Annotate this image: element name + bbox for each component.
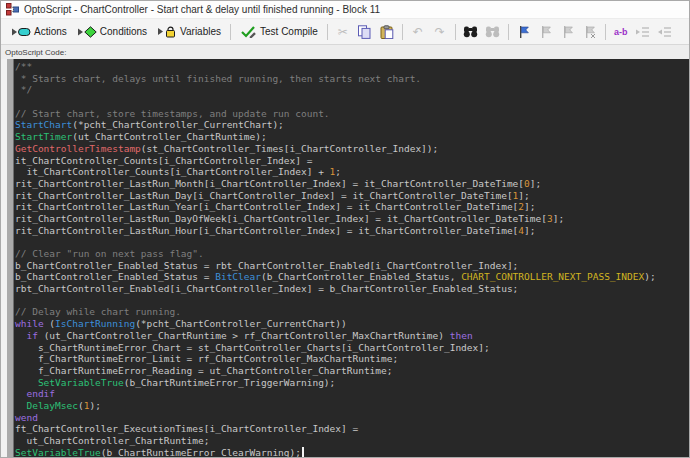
code-line: f_ChartRuntimeError_Limit = rf_ChartCont… <box>15 353 689 365</box>
find-button[interactable] <box>461 23 481 41</box>
bookmark-next-button[interactable] <box>536 23 556 41</box>
bookmark-toggle-button[interactable] <box>514 23 534 41</box>
blue-flag-icon <box>518 25 530 39</box>
redo-arrow-icon: ↷ <box>435 26 445 38</box>
toolbar-separator <box>230 24 231 40</box>
toolbar: Actions Conditions Variables <box>1 19 689 45</box>
code-line: ut_ChartController_ChartRuntime; <box>15 435 689 447</box>
find-next-button[interactable] <box>483 23 503 41</box>
toolbar-separator <box>605 24 606 40</box>
code-line: while (IsChartRunning(*pcht_ChartControl… <box>15 318 689 330</box>
compile-check-icon <box>240 25 257 38</box>
code-line: StartTimer(ut_ChartController_ChartRunti… <box>15 131 689 143</box>
conditions-button-label: Conditions <box>100 26 147 37</box>
code-line: SetVariableTrue(b_ChartRuntimeError_Clea… <box>15 447 689 457</box>
code-line: b_ChartController_Enabled_Status = rbt_C… <box>15 260 689 272</box>
replace-button[interactable]: a-b <box>611 23 631 41</box>
optoscript-app-icon <box>6 3 19 16</box>
code-line: // Clear "run on next pass flag". <box>15 248 689 260</box>
code-line <box>15 295 689 307</box>
text-caret <box>302 447 304 457</box>
editor-label-strip: OptoScript Code: <box>1 45 689 59</box>
toolbar-separator <box>508 24 509 40</box>
code-line: ft_ChartController_ExecutionTimes[i_Char… <box>15 423 689 435</box>
code-line: endif <box>15 388 689 400</box>
code-line: b_ChartController_Enabled_Status = BitCl… <box>15 271 689 283</box>
undo-button[interactable]: ↶ <box>408 23 428 41</box>
optoscript-window: OptoScript - ChartController - Start cha… <box>0 0 690 458</box>
test-compile-button-label: Test Compile <box>260 26 318 37</box>
code-line: rit_ChartController_LastRun_Hour[i_Chart… <box>15 225 689 237</box>
condition-diamond-icon <box>77 26 97 38</box>
gray-flag-icon <box>562 25 574 39</box>
variables-button-label: Variables <box>180 26 221 37</box>
actions-button-label: Actions <box>34 26 67 37</box>
code-line: GetControllerTimestamp(st_ChartControlle… <box>15 143 689 155</box>
code-line: wend <box>15 412 689 424</box>
variables-button[interactable]: Variables <box>152 23 226 40</box>
code-line: rit_ChartController_LastRun_Month[i_Char… <box>15 178 689 190</box>
gray-flag-icon <box>540 25 552 39</box>
copy-pages-icon <box>357 25 372 39</box>
code-line: // Delay while chart running. <box>15 306 689 318</box>
outdent-button[interactable] <box>655 23 675 41</box>
code-line: f_ChartRuntimeError_Reading = ut_ChartCo… <box>15 365 689 377</box>
bookmark-clear-button[interactable] <box>580 23 600 41</box>
toolbar-separator <box>327 24 328 40</box>
bookmark-previous-button[interactable] <box>558 23 578 41</box>
code-line: rit_ChartController_LastRun_Day[i_ChartC… <box>15 190 689 202</box>
toolbar-separator <box>402 24 403 40</box>
window-title: OptoScript - ChartController - Start cha… <box>24 4 380 15</box>
a-b-icon: a-b <box>614 27 628 37</box>
code-text-area[interactable]: /** * Starts chart, delays until finishe… <box>14 59 689 457</box>
code-line: SetVariableTrue(b_ChartRuntimeError_Trig… <box>15 377 689 389</box>
code-line: * Starts chart, delays until finished ru… <box>15 73 689 85</box>
code-line: rbt_ChartController_Enabled[i_ChartContr… <box>15 283 689 295</box>
outdent-icon <box>657 26 672 38</box>
gray-flag-icon <box>584 25 596 39</box>
code-line: */ <box>15 84 689 96</box>
code-line: s_ChartRuntimeError_Chart = st_ChartCont… <box>15 342 689 354</box>
code-line: /** <box>15 61 689 73</box>
scissors-icon: ✂ <box>338 26 348 38</box>
titlebar: OptoScript - ChartController - Start cha… <box>1 1 689 19</box>
test-compile-button[interactable]: Test Compile <box>235 23 323 40</box>
editor-gutter <box>7 59 14 457</box>
cut-button[interactable]: ✂ <box>333 23 353 41</box>
clipboard-icon <box>380 25 394 39</box>
redo-button[interactable]: ↷ <box>430 23 450 41</box>
toolbar-separator <box>455 24 456 40</box>
code-line: rit_ChartController_LastRun_Year[i_Chart… <box>15 201 689 213</box>
action-block-icon <box>11 26 31 38</box>
code-line: StartChart(*pcht_ChartController_Current… <box>15 119 689 131</box>
editor-label: OptoScript Code: <box>5 48 66 57</box>
indent-button[interactable] <box>633 23 653 41</box>
code-line <box>15 236 689 248</box>
code-line: rit_ChartController_LastRun_DayOfWeek[i_… <box>15 213 689 225</box>
code-line <box>15 96 689 108</box>
conditions-button[interactable]: Conditions <box>72 24 152 40</box>
code-line: // Start chart, store timestamps, and up… <box>15 108 689 120</box>
code-line: if (ut_ChartController_ChartRuntime > rf… <box>15 330 689 342</box>
copy-button[interactable] <box>355 23 375 41</box>
undo-arrow-icon: ↶ <box>413 26 423 38</box>
binoculars-icon <box>463 25 478 38</box>
code-line: DelayMsec(1); <box>15 400 689 412</box>
actions-button[interactable]: Actions <box>6 24 72 40</box>
code-line: it_ChartController_Counts[i_ChartControl… <box>15 166 689 178</box>
binoculars-next-icon <box>485 25 500 38</box>
code-line: it_ChartController_Counts[i_ChartControl… <box>15 155 689 167</box>
paste-button[interactable] <box>377 23 397 41</box>
code-editor[interactable]: /** * Starts chart, delays until finishe… <box>1 59 689 457</box>
indent-icon <box>635 26 650 38</box>
variable-padlock-icon <box>157 25 177 38</box>
